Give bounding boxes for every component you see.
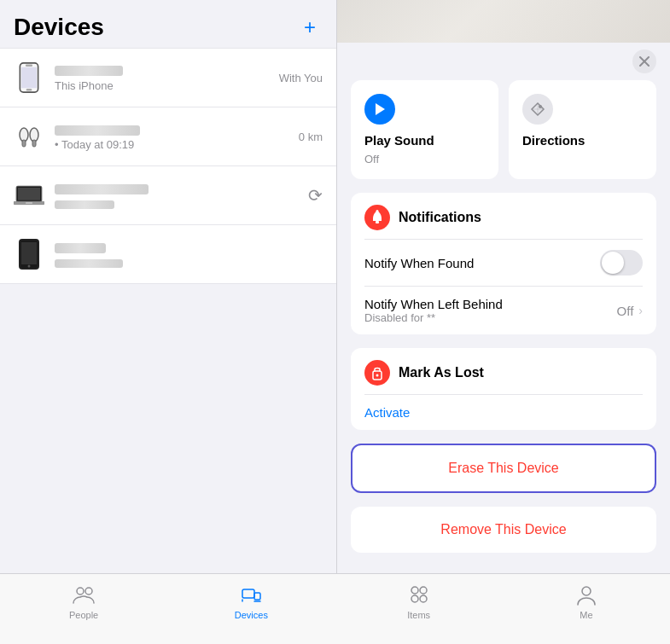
svg-rect-3 bbox=[26, 89, 32, 90]
notify-left-behind-sub: Disabled for ** bbox=[364, 311, 503, 324]
iphone-info: This iPhone bbox=[55, 63, 269, 92]
mark-as-lost-title: Mark As Lost bbox=[399, 365, 484, 380]
tab-me[interactable]: Me bbox=[556, 583, 616, 620]
device-list: This iPhone With You bbox=[0, 48, 336, 573]
notifications-card: Notifications Notify When Found Notify W… bbox=[351, 193, 656, 334]
tab-devices[interactable]: Devices bbox=[221, 583, 281, 620]
svg-rect-25 bbox=[254, 593, 260, 600]
directions-icon bbox=[522, 94, 553, 125]
ipad-name bbox=[55, 240, 312, 254]
svg-point-21 bbox=[376, 374, 379, 377]
airpods-info: • Today at 09:19 bbox=[55, 122, 288, 151]
svg-point-30 bbox=[411, 595, 418, 602]
svg-rect-9 bbox=[18, 188, 40, 200]
items-icon bbox=[407, 583, 431, 606]
mark-as-lost-card: Mark As Lost Activate bbox=[351, 348, 656, 430]
erase-device-button[interactable]: Erase This Device bbox=[351, 444, 656, 493]
notifications-title: Notifications bbox=[399, 210, 481, 225]
activate-row[interactable]: Activate bbox=[351, 395, 656, 430]
right-panel: Play Sound Off Directions bbox=[337, 0, 670, 573]
add-device-button[interactable]: + bbox=[297, 15, 323, 40]
airpods-meta: 0 km bbox=[299, 131, 323, 143]
macbook-name bbox=[55, 181, 298, 195]
notify-when-found-toggle[interactable] bbox=[600, 250, 643, 276]
notify-left-behind-label: Notify When Left Behind bbox=[364, 297, 503, 311]
iphone-icon bbox=[14, 59, 44, 96]
me-tab-label: Me bbox=[580, 610, 592, 620]
svg-point-28 bbox=[411, 587, 418, 594]
macbook-icon bbox=[14, 177, 44, 214]
device-item-airpods[interactable]: • Today at 09:19 0 km bbox=[0, 107, 336, 166]
ipad-info bbox=[55, 240, 312, 269]
iphone-name bbox=[55, 63, 269, 78]
devices-tab-label: Devices bbox=[235, 610, 268, 620]
devices-title: Devices bbox=[14, 14, 104, 41]
play-sound-icon bbox=[364, 94, 395, 125]
notify-left-behind-value: Off bbox=[617, 304, 634, 318]
remove-device-button[interactable]: Remove This Device bbox=[351, 507, 656, 553]
directions-label: Directions bbox=[522, 133, 643, 148]
play-sound-label: Play Sound bbox=[364, 133, 485, 148]
iphone-meta: With You bbox=[279, 72, 323, 84]
play-sound-card[interactable]: Play Sound Off bbox=[351, 80, 498, 179]
people-tab-label: People bbox=[69, 610, 98, 620]
airpods-name bbox=[55, 122, 288, 136]
device-item-macbook[interactable]: ⟳ bbox=[0, 166, 336, 225]
svg-point-17 bbox=[539, 105, 542, 108]
macbook-info bbox=[55, 181, 298, 210]
top-action-cards: Play Sound Off Directions bbox=[351, 80, 656, 179]
svg-rect-1 bbox=[26, 64, 32, 66]
close-button[interactable] bbox=[632, 49, 656, 73]
map-area bbox=[337, 0, 670, 43]
device-item-iphone[interactable]: This iPhone With You bbox=[0, 48, 336, 107]
ipad-sub bbox=[55, 256, 312, 269]
mark-as-lost-icon bbox=[364, 360, 390, 386]
iphone-sub: This iPhone bbox=[55, 79, 269, 92]
right-content: Play Sound Off Directions bbox=[337, 80, 670, 566]
macbook-sub bbox=[55, 197, 298, 210]
svg-rect-13 bbox=[21, 242, 37, 264]
notify-when-found-row[interactable]: Notify When Found bbox=[351, 240, 656, 286]
left-header: Devices + bbox=[0, 0, 336, 48]
people-icon bbox=[72, 583, 96, 606]
left-panel: Devices + This iPhone bbox=[0, 0, 337, 573]
notify-left-behind-right: Off › bbox=[617, 304, 643, 318]
svg-point-29 bbox=[420, 587, 427, 594]
notify-left-behind-info: Notify When Left Behind Disabled for ** bbox=[364, 297, 503, 324]
svg-point-23 bbox=[85, 588, 92, 595]
svg-rect-11 bbox=[26, 202, 32, 204]
devices-icon bbox=[239, 583, 263, 606]
tab-people[interactable]: People bbox=[54, 583, 114, 620]
activate-link[interactable]: Activate bbox=[364, 405, 410, 420]
device-item-ipad[interactable] bbox=[0, 225, 336, 284]
svg-rect-7 bbox=[32, 140, 36, 147]
svg-point-22 bbox=[77, 588, 84, 595]
chevron-right-icon: › bbox=[638, 304, 643, 317]
svg-rect-24 bbox=[242, 589, 254, 598]
tab-items[interactable]: Items bbox=[389, 583, 449, 620]
svg-rect-18 bbox=[376, 221, 379, 223]
svg-rect-6 bbox=[22, 140, 26, 147]
macbook-meta: ⟳ bbox=[308, 185, 323, 206]
items-tab-label: Items bbox=[407, 610, 430, 620]
airpods-sub: • Today at 09:19 bbox=[55, 138, 288, 151]
loading-spinner: ⟳ bbox=[308, 186, 323, 205]
notify-when-left-behind-row[interactable]: Notify When Left Behind Disabled for ** … bbox=[351, 287, 656, 334]
svg-point-14 bbox=[28, 265, 31, 268]
svg-point-31 bbox=[420, 595, 427, 602]
notifications-header: Notifications bbox=[351, 193, 656, 239]
svg-point-32 bbox=[582, 587, 591, 595]
notify-when-found-label: Notify When Found bbox=[364, 256, 474, 270]
right-header bbox=[337, 43, 670, 80]
airpods-icon bbox=[14, 118, 44, 155]
mark-as-lost-header: Mark As Lost bbox=[351, 348, 656, 394]
notifications-icon bbox=[364, 205, 390, 230]
ipad-icon bbox=[14, 235, 44, 273]
play-sound-sub: Off bbox=[364, 153, 485, 165]
svg-rect-2 bbox=[21, 67, 37, 89]
svg-point-19 bbox=[376, 210, 379, 212]
me-icon bbox=[574, 583, 598, 606]
directions-card[interactable]: Directions bbox=[509, 80, 656, 179]
tab-bar: People Devices Items bbox=[0, 573, 670, 644]
